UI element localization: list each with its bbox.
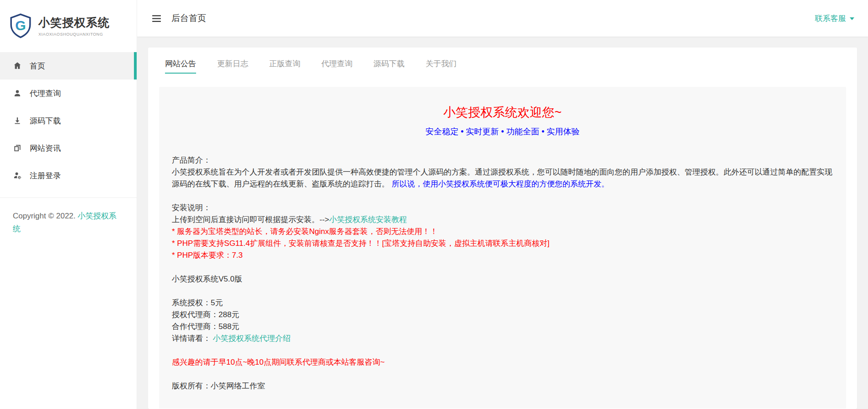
svg-text:G: G [15,18,26,33]
page-title: 后台首页 [171,12,206,24]
sidebar-item-source-download[interactable]: 源码下载 [0,107,137,134]
sidebar: G 小笑授权系统 XIAOXIAOSHOUQUANXITONG 首页代理查询源码… [0,0,137,409]
notice-body: 产品简介：小笑授权系统旨在为个人开发者或者开发团队提供一种高效便捷的管理个人源码… [172,154,833,392]
logo-title: 小笑授权系统 [38,15,110,30]
app-root: G 小笑授权系统 XIAOXIAOSHOUQUANXITONG 首页代理查询源码… [0,0,868,409]
sidebar-copyright: Copyright © 2022. 小笑授权系统 [0,198,137,247]
notice-subtitle: 安全稳定 • 实时更新 • 功能全面 • 实用体验 [172,126,833,137]
notice-line: 产品简介： [172,154,833,166]
tab-about-us[interactable]: 关于我们 [415,48,467,80]
copyright-text: Copyright © 2022. [13,212,78,220]
notice-text: 产品简介： [172,156,211,165]
notice-line: 授权代理商：288元 [172,309,833,321]
content-area: 网站公告更新日志正版查询代理查询源码下载关于我们 小笑授权系统欢迎您~ 安全稳定… [137,37,868,409]
notice-text: * PHP版本要求：7.3 [172,251,243,260]
sidebar-item-agent-query[interactable]: 代理查询 [0,80,137,107]
sidebar-item-label: 首页 [30,61,45,71]
notice-line [172,261,833,273]
logo-text: 小笑授权系统 XIAOXIAOSHOUQUANXITONG [38,15,110,37]
tab-genuine-query[interactable]: 正版查询 [259,48,311,80]
tab-source-download[interactable]: 源码下载 [363,48,415,80]
news-icon [13,143,22,153]
tab-bar: 网站公告更新日志正版查询代理查询源码下载关于我们 [148,48,857,80]
chevron-down-icon [850,17,854,20]
notice-text: 感兴趣的请于早10点~晚10点期间联系代理商或本站客服咨询~ [172,358,385,367]
sidebar-item-label: 注册登录 [30,170,61,181]
sidebar-item-site-news[interactable]: 网站资讯 [0,134,137,162]
sidebar-item-label: 源码下载 [30,116,61,126]
notice-text: 所以说，使用小笑授权系统便可极大程度的方便您的系统开发。 [389,180,609,188]
main-card: 网站公告更新日志正版查询代理查询源码下载关于我们 小笑授权系统欢迎您~ 安全稳定… [148,48,857,409]
notice-line [172,368,833,380]
notice-line: 小笑授权系统V5.0版 [172,273,833,285]
notice-line: 版权所有：小笑网络工作室 [172,380,833,392]
notice-text: 上传到空间后直接访问即可根据提示安装。--> [172,215,329,224]
notice-text: 合作代理商：588元 [172,322,239,331]
notice-line: 合作代理商：588元 [172,321,833,333]
notice-line: 小笑授权系统旨在为个人开发者或者开发团队提供一种高效便捷的管理个人源码的方案。通… [172,166,833,190]
notice-panel: 小笑授权系统欢迎您~ 安全稳定 • 实时更新 • 功能全面 • 实用体验 产品简… [159,87,846,409]
notice-line: 上传到空间后直接访问即可根据提示安装。-->小笑授权系统安装教程 [172,214,833,226]
tab-update-log[interactable]: 更新日志 [207,48,259,80]
sidebar-item-register-login[interactable]: 注册登录 [0,162,137,189]
notice-line: * 服务器为宝塔类型的站长，请务必安装Nginx服务器套装，否则无法使用！！ [172,226,833,238]
tab-site-notice[interactable]: 网站公告 [154,48,207,80]
home-icon [13,61,22,70]
sidebar-item-label: 网站资讯 [30,143,61,154]
notice-line: 详情请看： 小笑授权系统代理介绍 [172,333,833,345]
notice-line [172,285,833,297]
contact-support-label: 联系客服 [815,13,846,24]
notice-text: 授权代理商：288元 [172,310,239,319]
notice-text: 系统授权：5元 [172,298,223,307]
download-icon [13,116,22,125]
notice-text: 详情请看： [172,334,213,343]
contact-support-dropdown[interactable]: 联系客服 [815,13,854,24]
sidebar-item-label: 代理查询 [30,88,61,99]
main-column: 后台首页 联系客服 网站公告更新日志正版查询代理查询源码下载关于我们 小笑授权系… [137,0,868,409]
notice-link[interactable]: 小笑授权系统安装教程 [329,215,407,224]
sidebar-menu: 首页代理查询源码下载网站资讯注册登录 [0,52,137,189]
notice-text: * 服务器为宝塔类型的站长，请务必安装Nginx服务器套装，否则无法使用！！ [172,227,438,236]
hamburger-menu-icon[interactable] [151,13,162,24]
sidebar-item-home[interactable]: 首页 [0,52,137,80]
logo-shield-icon: G [7,12,34,39]
user-icon [13,89,22,98]
notice-title: 小笑授权系统欢迎您~ [172,104,833,121]
notice-text: * PHP需要支持SG11.4扩展组件，安装前请核查是否支持！！[宝塔支持自助安… [172,239,549,248]
notice-line: * PHP需要支持SG11.4扩展组件，安装前请核查是否支持！！[宝塔支持自助安… [172,238,833,250]
notice-text: 安装说明： [172,203,211,212]
notice-link[interactable]: 小笑授权系统代理介绍 [213,334,291,343]
notice-line [172,190,833,202]
logo-subtitle: XIAOXIAOSHOUQUANXITONG [38,32,110,37]
notice-line: 感兴趣的请于早10点~晚10点期间联系代理商或本站客服咨询~ [172,356,833,368]
notice-line: 安装说明： [172,202,833,214]
logo: G 小笑授权系统 XIAOXIAOSHOUQUANXITONG [0,0,137,51]
notice-line [172,345,833,356]
notice-text: 版权所有：小笑网络工作室 [172,382,265,390]
topbar: 后台首页 联系客服 [137,0,868,37]
notice-text: 小笑授权系统V5.0版 [172,275,242,283]
tab-agent-query[interactable]: 代理查询 [311,48,363,80]
notice-line: 系统授权：5元 [172,297,833,309]
notice-line: * PHP版本要求：7.3 [172,250,833,261]
user-gear-icon [13,171,22,180]
